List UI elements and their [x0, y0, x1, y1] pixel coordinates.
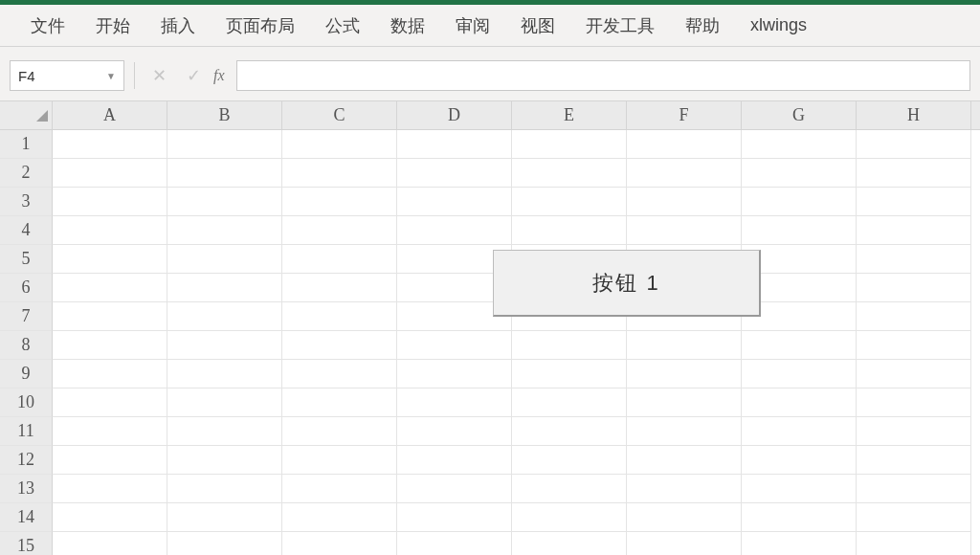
col-header-b[interactable]: B	[167, 101, 282, 129]
cell[interactable]	[397, 360, 512, 388]
select-all-corner[interactable]	[0, 101, 53, 129]
tab-home[interactable]: 开始	[94, 11, 132, 41]
row-header[interactable]: 12	[0, 446, 53, 475]
cell[interactable]	[512, 446, 627, 475]
tab-developer[interactable]: 开发工具	[584, 11, 657, 41]
cell[interactable]	[857, 331, 971, 360]
cell[interactable]	[857, 446, 971, 475]
cell[interactable]	[397, 446, 512, 475]
cell[interactable]	[627, 360, 742, 388]
cell[interactable]	[53, 446, 167, 475]
cell[interactable]	[53, 475, 167, 503]
cell[interactable]	[53, 274, 167, 302]
cell[interactable]	[742, 130, 857, 159]
cell[interactable]	[167, 216, 282, 245]
cell[interactable]	[53, 360, 167, 388]
cell[interactable]	[282, 274, 397, 302]
col-header-h[interactable]: H	[857, 101, 971, 129]
cell[interactable]	[627, 331, 742, 360]
tab-page-layout[interactable]: 页面布局	[224, 11, 297, 41]
tab-view[interactable]: 视图	[519, 11, 557, 41]
cell[interactable]	[512, 188, 627, 216]
cell[interactable]	[627, 532, 742, 555]
cell[interactable]	[742, 360, 857, 388]
cell[interactable]	[857, 475, 971, 503]
form-button-1[interactable]: 按钮 1	[493, 250, 761, 317]
cell[interactable]	[742, 417, 857, 446]
col-header-f[interactable]: F	[627, 101, 742, 129]
tab-help[interactable]: 帮助	[683, 11, 722, 41]
cell[interactable]	[397, 188, 512, 216]
cell[interactable]	[627, 388, 742, 417]
cell[interactable]	[627, 446, 742, 475]
cell[interactable]	[282, 532, 397, 555]
cell[interactable]	[857, 360, 971, 388]
cell[interactable]	[742, 532, 857, 555]
cell[interactable]	[167, 159, 282, 188]
cell[interactable]	[857, 417, 971, 446]
cell[interactable]	[512, 417, 627, 446]
cell[interactable]	[397, 475, 512, 503]
cell[interactable]	[282, 188, 397, 216]
cell[interactable]	[167, 302, 282, 331]
cell[interactable]	[857, 216, 971, 245]
cell[interactable]	[627, 216, 742, 245]
cell[interactable]	[742, 216, 857, 245]
cell[interactable]	[53, 331, 167, 360]
tab-review[interactable]: 审阅	[454, 11, 492, 41]
cell[interactable]	[397, 388, 512, 417]
row-header[interactable]: 9	[0, 360, 53, 388]
cell[interactable]	[167, 417, 282, 446]
cell[interactable]	[167, 130, 282, 159]
cell[interactable]	[627, 475, 742, 503]
cell[interactable]	[512, 503, 627, 532]
cell[interactable]	[397, 532, 512, 555]
row-header[interactable]: 8	[0, 331, 53, 360]
cell[interactable]	[742, 188, 857, 216]
cell[interactable]	[282, 130, 397, 159]
row-header[interactable]: 11	[0, 417, 53, 446]
cell[interactable]	[397, 216, 512, 245]
formula-input[interactable]	[236, 60, 970, 91]
cell[interactable]	[857, 188, 971, 216]
cell[interactable]	[53, 302, 167, 331]
cell[interactable]	[857, 245, 971, 274]
cell[interactable]	[627, 503, 742, 532]
cell[interactable]	[53, 159, 167, 188]
cell[interactable]	[627, 188, 742, 216]
cell[interactable]	[742, 475, 857, 503]
cell[interactable]	[53, 388, 167, 417]
cell[interactable]	[742, 331, 857, 360]
cell[interactable]	[53, 188, 167, 216]
cell[interactable]	[512, 360, 627, 388]
cell[interactable]	[53, 532, 167, 555]
cell[interactable]	[282, 245, 397, 274]
row-header[interactable]: 1	[0, 130, 53, 159]
cell[interactable]	[512, 216, 627, 245]
cell[interactable]	[512, 331, 627, 360]
cell[interactable]	[167, 532, 282, 555]
cell[interactable]	[53, 245, 167, 274]
cell[interactable]	[282, 360, 397, 388]
cell[interactable]	[167, 388, 282, 417]
cell[interactable]	[282, 446, 397, 475]
cell[interactable]	[742, 503, 857, 532]
row-header[interactable]: 2	[0, 159, 53, 188]
cell[interactable]	[512, 388, 627, 417]
cell[interactable]	[857, 159, 971, 188]
cell[interactable]	[627, 417, 742, 446]
row-header[interactable]: 7	[0, 302, 53, 331]
tab-data[interactable]: 数据	[389, 11, 427, 41]
cell[interactable]	[167, 475, 282, 503]
cell[interactable]	[742, 159, 857, 188]
cell[interactable]	[397, 159, 512, 188]
cell[interactable]	[397, 331, 512, 360]
cell[interactable]	[397, 503, 512, 532]
cell[interactable]	[512, 532, 627, 555]
cell[interactable]	[167, 331, 282, 360]
row-header[interactable]: 10	[0, 388, 53, 417]
cell[interactable]	[857, 503, 971, 532]
cell[interactable]	[857, 274, 971, 302]
row-header[interactable]: 14	[0, 503, 53, 532]
cell[interactable]	[282, 331, 397, 360]
